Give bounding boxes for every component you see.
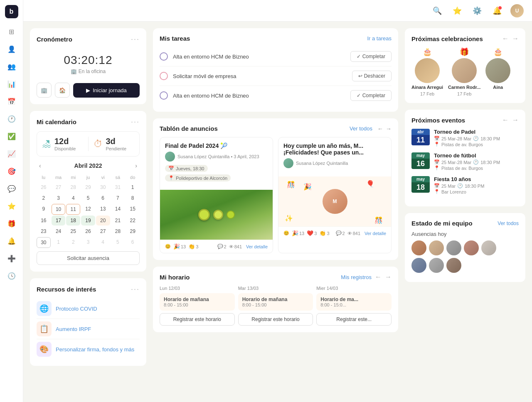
cal-day-17[interactable]: 17: [52, 216, 66, 226]
horario-prev-button[interactable]: ←: [375, 273, 382, 281]
irpf-link[interactable]: Aumento IRPF: [56, 326, 91, 332]
cumple-ver-detalle[interactable]: Ver detalle: [365, 231, 386, 236]
cal-day[interactable]: 29: [126, 226, 140, 236]
favorites-icon[interactable]: ⭐: [451, 4, 464, 17]
cal-day[interactable]: 23: [37, 226, 51, 236]
horario-next-button[interactable]: →: [385, 273, 392, 281]
cal-next-button[interactable]: ›: [133, 162, 140, 170]
sidebar-icon-gift[interactable]: 🎁: [4, 216, 19, 231]
cal-day[interactable]: 26: [37, 182, 51, 192]
cal-day-18[interactable]: 18: [66, 216, 80, 226]
cal-day[interactable]: 31: [111, 182, 125, 192]
carmen-avatar[interactable]: [452, 58, 477, 83]
cumple-emoji-react[interactable]: 😊: [283, 230, 289, 236]
timer-home-btn[interactable]: 🏠: [55, 83, 70, 98]
team-avatar-6[interactable]: [411, 258, 426, 273]
cal-day[interactable]: 29: [81, 182, 95, 192]
cal-day-today-11[interactable]: 11: [66, 204, 80, 215]
cal-day[interactable]: 1: [126, 182, 140, 192]
cal-day[interactable]: 16: [37, 216, 51, 226]
cal-day[interactable]: 15: [126, 204, 140, 215]
events-next-button[interactable]: →: [512, 116, 519, 124]
cal-day[interactable]: 22: [126, 216, 140, 226]
team-avatar-4[interactable]: [464, 240, 479, 255]
cal-day-20[interactable]: 20: [96, 216, 110, 226]
sidebar-icon-clock[interactable]: 🕐: [4, 111, 19, 126]
team-avatar-3[interactable]: [446, 240, 461, 255]
start-jornada-button[interactable]: ▶ Iniciar jornada: [73, 83, 140, 98]
celebrations-next-button[interactable]: →: [512, 35, 519, 42]
team-avatar-7[interactable]: [429, 258, 444, 273]
sidebar-icon-alert[interactable]: 🔔: [4, 233, 19, 248]
sidebar-icon-check[interactable]: ✅: [4, 129, 19, 144]
cal-day[interactable]: 30: [96, 182, 110, 192]
cal-day[interactable]: 25: [66, 226, 80, 236]
ir-a-tareas-link[interactable]: Ir a tareas: [367, 35, 392, 42]
sidebar-icon-history[interactable]: 🕓: [4, 268, 19, 283]
cal-day[interactable]: 2: [37, 193, 51, 203]
registrar-mar-button[interactable]: Registrar este horario: [238, 313, 313, 326]
cal-day[interactable]: 4: [96, 237, 110, 248]
events-prev-button[interactable]: ←: [502, 116, 509, 124]
bulletin-next-button[interactable]: →: [386, 125, 392, 132]
app-logo[interactable]: b: [5, 5, 18, 18]
cal-day-today-10[interactable]: 10: [52, 204, 66, 215]
ver-todos-link[interactable]: Ver todos: [350, 125, 372, 132]
team-avatar-1[interactable]: [411, 240, 426, 255]
cal-day[interactable]: 28: [111, 226, 125, 236]
registrar-lun-button[interactable]: Registrar este horario: [160, 313, 235, 326]
sidebar-icon-group[interactable]: 👥: [4, 59, 19, 74]
cal-day[interactable]: 2: [66, 237, 80, 248]
sidebar-icon-star[interactable]: ⭐: [4, 199, 19, 213]
cal-day-19[interactable]: 19: [81, 216, 95, 226]
cal-day[interactable]: 6: [96, 193, 110, 203]
firma-link[interactable]: Personalizar firma, fondos y más: [56, 346, 134, 353]
covid-link[interactable]: Protocolo COVID: [56, 306, 97, 312]
sidebar-icon-trending[interactable]: 📈: [4, 146, 19, 161]
sidebar-icon-target[interactable]: 🎯: [4, 164, 19, 179]
resource-covid[interactable]: 🌐 Protocolo COVID: [37, 299, 140, 319]
cal-day[interactable]: 28: [66, 182, 80, 192]
cal-prev-button[interactable]: ‹: [37, 162, 44, 170]
aina-avatar[interactable]: [485, 58, 510, 83]
sidebar-icon-person[interactable]: 👤: [4, 42, 19, 56]
cal-day[interactable]: 14: [111, 204, 125, 215]
resource-firma[interactable]: 🎨 Personalizar firma, fondos y más: [37, 339, 140, 359]
notifications-icon[interactable]: 🔔: [490, 4, 504, 17]
padel-ver-detalle[interactable]: Ver detalle: [246, 244, 268, 249]
cal-day[interactable]: 4: [66, 193, 80, 203]
cal-day[interactable]: 5: [81, 193, 95, 203]
cal-day[interactable]: 26: [81, 226, 95, 236]
cal-day[interactable]: 1: [52, 237, 66, 248]
task-complete-btn-3[interactable]: ✓ Completar: [350, 90, 392, 101]
task-deshacer-btn-2[interactable]: ↩ Deshacer: [352, 71, 392, 81]
cal-day[interactable]: 27: [96, 226, 110, 236]
timer-building-btn[interactable]: 🏢: [37, 83, 52, 98]
task-complete-btn-1[interactable]: ✓ Completar: [350, 51, 392, 62]
cal-day[interactable]: 13: [96, 204, 110, 215]
resource-irpf[interactable]: 📋 Aumento IRPF: [37, 319, 140, 339]
cronometro-menu[interactable]: ···: [131, 35, 140, 44]
cal-day[interactable]: 3: [52, 193, 66, 203]
team-avatar-8[interactable]: [446, 258, 461, 273]
cal-day[interactable]: 24: [52, 226, 66, 236]
mis-registros-link[interactable]: Mis registros: [341, 274, 372, 280]
calendar-menu[interactable]: ···: [131, 118, 140, 126]
cal-day[interactable]: 9: [37, 204, 51, 215]
bulletin-prev-button[interactable]: ←: [377, 125, 383, 132]
ver-todos-team-link[interactable]: Ver todos: [498, 221, 519, 226]
cal-day[interactable]: 21: [111, 216, 125, 226]
search-icon[interactable]: 🔍: [431, 4, 444, 17]
cal-day-30[interactable]: 30: [37, 237, 51, 248]
cal-day[interactable]: 7: [111, 193, 125, 203]
cal-day[interactable]: 27: [52, 182, 66, 192]
settings-icon[interactable]: ⚙️: [470, 4, 484, 17]
sidebar-icon-home[interactable]: ⊞: [4, 24, 19, 39]
cal-day[interactable]: 6: [126, 237, 140, 248]
sidebar-icon-adduser[interactable]: ➕: [4, 251, 19, 266]
cal-day[interactable]: 8: [126, 193, 140, 203]
sidebar-icon-calendar[interactable]: 📅: [4, 94, 19, 109]
sidebar-icon-chart[interactable]: 📊: [4, 76, 19, 91]
celebrations-prev-button[interactable]: ←: [502, 35, 509, 42]
cal-day[interactable]: 5: [111, 237, 125, 248]
